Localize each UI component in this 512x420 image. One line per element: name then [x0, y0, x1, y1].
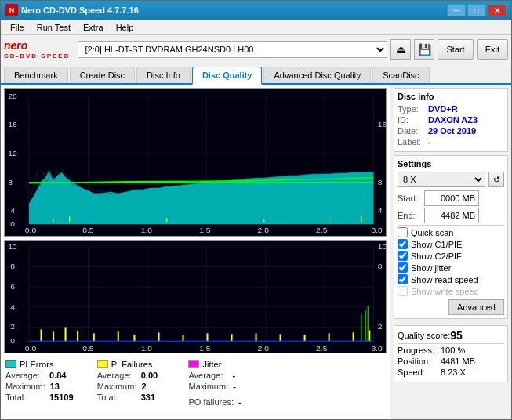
progress-label: Progress:: [398, 346, 441, 355]
pif-total-value: 331: [141, 393, 172, 402]
tab-advanced-disc-quality[interactable]: Advanced Disc Quality: [263, 67, 371, 83]
svg-text:16: 16: [8, 121, 17, 129]
svg-text:2.0: 2.0: [258, 226, 270, 234]
pif-chart-svg: 10 8 6 4 2 0 10 8 2 0.0 0.5 1.0 1.5 2.0: [5, 241, 386, 353]
show-c1pie-row: Show C1/PIE: [398, 239, 504, 249]
drive-select[interactable]: [2:0] HL-DT-ST DVDRAM GH24NSD0 LH00: [78, 41, 387, 58]
minimize-button[interactable]: ─: [447, 4, 466, 16]
pi-avg-label: Average:: [5, 371, 45, 380]
pi-errors-color: [5, 360, 16, 368]
close-button[interactable]: ✕: [488, 4, 507, 16]
type-label: Type:: [398, 104, 425, 114]
menu-help[interactable]: Help: [110, 21, 140, 34]
quality-section: Quality score: 95 Progress: 100 % Positi…: [394, 325, 508, 382]
eject-icon[interactable]: ⏏: [390, 39, 411, 60]
advanced-btn-container: Advanced: [398, 298, 504, 315]
svg-text:2.5: 2.5: [316, 226, 328, 234]
svg-text:0.5: 0.5: [82, 226, 94, 234]
label-value: -: [428, 137, 431, 147]
quick-scan-checkbox[interactable]: [398, 227, 408, 237]
quality-score-value: 95: [450, 329, 463, 342]
pi-failures-label: PI Failures: [111, 360, 153, 369]
legend-area: PI Errors Average: 0.84 Maximum: 13 Tota…: [4, 357, 387, 410]
show-jitter-label: Show jitter: [411, 263, 451, 273]
show-write-speed-row: Show write speed: [398, 286, 504, 296]
settings-section: Settings 8 X ↺ Start: End:: [394, 155, 508, 319]
start-input[interactable]: [424, 190, 479, 206]
svg-text:6: 6: [10, 282, 15, 291]
window-title: Nero CD-DVD Speed 4.7.7.16: [21, 5, 447, 15]
show-read-speed-checkbox[interactable]: [398, 274, 408, 284]
pi-total-value: 15109: [49, 393, 81, 402]
progress-value: 100 %: [441, 346, 465, 355]
id-value: DAXON AZ3: [428, 115, 478, 125]
show-read-speed-label: Show read speed: [411, 275, 478, 284]
start-button[interactable]: Start: [438, 39, 473, 60]
speed-select[interactable]: 8 X: [398, 172, 485, 187]
jitter-legend: Jitter Average: - Maximum: - PO failures…: [188, 360, 269, 407]
jitter-label: Jitter: [202, 360, 221, 369]
svg-text:2: 2: [10, 323, 15, 331]
save-icon[interactable]: 💾: [414, 39, 434, 60]
main-content: 20 16 12 8 4 0 16 8 4 0.0 0.5 1.0 1.5 2.…: [1, 85, 511, 419]
po-failures-label: PO failures:: [188, 397, 233, 407]
svg-text:4: 4: [378, 207, 383, 215]
title-bar: N Nero CD-DVD Speed 4.7.7.16 ─ □ ✕: [1, 1, 511, 20]
quick-scan-row: Quick scan: [398, 227, 504, 237]
charts-area: 20 16 12 8 4 0 16 8 4 0.0 0.5 1.0 1.5 2.…: [1, 85, 390, 419]
jitter-max-label: Maximum:: [188, 382, 228, 391]
pi-errors-legend: PI Errors Average: 0.84 Maximum: 13 Tota…: [5, 360, 82, 407]
exit-button[interactable]: Exit: [477, 39, 508, 60]
pi-total-label: Total:: [5, 393, 45, 402]
svg-text:0: 0: [10, 336, 15, 345]
tabs-bar: Benchmark Create Disc Disc Info Disc Qua…: [1, 63, 511, 85]
show-c1pie-label: Show C1/PIE: [411, 240, 462, 249]
tab-benchmark[interactable]: Benchmark: [4, 67, 68, 83]
svg-text:8: 8: [378, 262, 383, 271]
show-c2pif-checkbox[interactable]: [398, 251, 408, 261]
pif-total-label: Total:: [97, 393, 136, 402]
svg-text:16: 16: [378, 121, 386, 129]
end-label: End:: [398, 211, 421, 220]
maximize-button[interactable]: □: [467, 4, 486, 16]
svg-text:20: 20: [8, 92, 17, 100]
toolbar: nero CD-DVD SPEED [2:0] HL-DT-ST DVDRAM …: [1, 35, 511, 63]
start-label: Start:: [398, 194, 421, 203]
svg-text:10: 10: [8, 242, 17, 251]
refresh-icon[interactable]: ↺: [488, 172, 504, 187]
divider-1: [398, 225, 504, 226]
quick-scan-label: Quick scan: [411, 228, 453, 237]
pif-max-value: 2: [141, 382, 172, 391]
menu-run-test[interactable]: Run Test: [31, 21, 77, 34]
advanced-button[interactable]: Advanced: [448, 299, 504, 315]
svg-text:10: 10: [378, 242, 386, 251]
end-input[interactable]: [424, 208, 479, 223]
right-panel: Disc info Type: DVD+R ID: DAXON AZ3 Date…: [390, 85, 511, 419]
svg-text:8: 8: [378, 178, 383, 186]
svg-text:2.5: 2.5: [316, 344, 328, 353]
disc-id-row: ID: DAXON AZ3: [398, 115, 504, 125]
nero-logo: nero CD-DVD SPEED: [4, 39, 70, 60]
quality-score-row: Quality score: 95: [398, 329, 504, 342]
date-label: Date:: [398, 126, 425, 136]
show-jitter-checkbox[interactable]: [398, 262, 408, 273]
show-jitter-row: Show jitter: [398, 262, 504, 273]
show-c1pie-checkbox[interactable]: [398, 239, 408, 249]
pi-max-label: Maximum:: [5, 382, 45, 391]
disc-label-row: Label: -: [398, 137, 504, 147]
tab-scandisc[interactable]: ScanDisc: [372, 67, 429, 83]
tab-disc-info[interactable]: Disc Info: [136, 67, 191, 83]
menu-file[interactable]: File: [4, 21, 31, 34]
id-label: ID:: [398, 115, 425, 125]
show-c2pif-row: Show C2/PIF: [398, 251, 504, 261]
tab-disc-quality[interactable]: Disc Quality: [192, 67, 263, 85]
show-write-speed-label: Show write speed: [411, 287, 479, 296]
tab-create-disc[interactable]: Create Disc: [70, 67, 135, 83]
quality-score-label: Quality score:: [398, 331, 450, 340]
pie-chart-svg: 20 16 12 8 4 0 16 8 4 0.0 0.5 1.0 1.5 2.…: [5, 89, 386, 236]
show-read-speed-row: Show read speed: [398, 274, 504, 284]
svg-text:1.5: 1.5: [199, 226, 211, 234]
end-row: End:: [398, 208, 504, 223]
menu-extra[interactable]: Extra: [77, 21, 110, 34]
svg-text:1.5: 1.5: [199, 344, 211, 353]
